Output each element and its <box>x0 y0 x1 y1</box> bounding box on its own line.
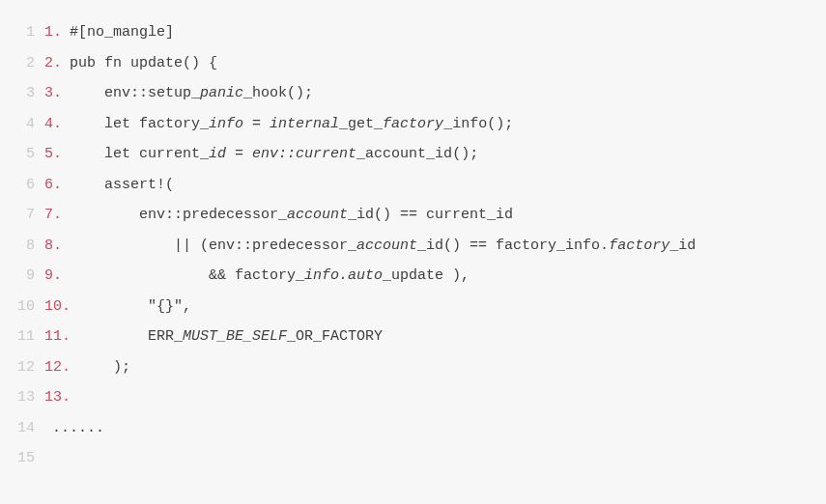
list-ordinal: 13. <box>44 382 78 413</box>
line-number: 13 <box>0 382 44 413</box>
code-line: 11.#[no_mangle] <box>0 17 826 48</box>
list-ordinal: 12. <box>44 352 78 383</box>
line-number: 2 <box>0 48 44 79</box>
list-ordinal: 5. <box>44 139 70 170</box>
list-ordinal: 7. <box>44 200 70 231</box>
list-ordinal: 9. <box>44 261 70 292</box>
line-number: 12 <box>0 352 44 383</box>
list-ordinal: 8. <box>44 231 70 262</box>
list-ordinal: 3. <box>44 78 70 109</box>
code-text: env::predecessor_account_id() == current… <box>70 200 513 231</box>
code-line: 22.pub fn update() { <box>0 48 826 79</box>
line-number: 10 <box>0 292 44 322</box>
code-text: && factory_info.auto_update ), <box>70 261 470 292</box>
code-line: 44. let factory_info = internal_get_fact… <box>0 109 826 140</box>
code-text: pub fn update() { <box>70 48 217 79</box>
code-line: 55. let current_id = env::current_accoun… <box>0 139 826 170</box>
code-line: 88. || (env::predecessor_account_id() ==… <box>0 231 826 262</box>
line-number: 15 <box>0 443 44 474</box>
line-number: 3 <box>0 78 44 109</box>
code-text: || (env::predecessor_account_id() == fac… <box>70 231 696 262</box>
line-number: 4 <box>0 109 44 140</box>
list-ordinal: 6. <box>44 170 70 201</box>
code-block: 11.#[no_mangle]22.pub fn update() {33. e… <box>0 0 826 491</box>
code-text: "{}", <box>78 292 191 322</box>
code-line: 66. assert!( <box>0 170 826 201</box>
code-line: 15 <box>0 443 826 474</box>
code-text: assert!( <box>70 170 174 201</box>
code-line: 1313. <box>0 382 826 413</box>
line-number: 1 <box>0 17 44 48</box>
line-number: 11 <box>0 322 44 352</box>
code-text: env::setup_panic_hook(); <box>70 78 313 109</box>
line-number: 9 <box>0 261 44 292</box>
code-line: 14...... <box>0 413 826 444</box>
line-number: 7 <box>0 200 44 231</box>
line-number: 8 <box>0 231 44 262</box>
line-number: 5 <box>0 139 44 170</box>
list-ordinal: 2. <box>44 48 70 79</box>
list-ordinal: 1. <box>44 17 70 48</box>
code-text: ERR_MUST_BE_SELF_OR_FACTORY <box>78 322 383 352</box>
code-text: ...... <box>52 413 104 444</box>
line-number: 14 <box>0 413 44 444</box>
code-text: #[no_mangle] <box>70 17 174 48</box>
code-text: let current_id = env::current_account_id… <box>70 139 478 170</box>
list-ordinal: 10. <box>44 292 78 322</box>
list-ordinal: 11. <box>44 322 78 352</box>
line-number: 6 <box>0 170 44 201</box>
code-line: 33. env::setup_panic_hook(); <box>0 78 826 109</box>
code-line: 99. && factory_info.auto_update ), <box>0 261 826 292</box>
code-line: 77. env::predecessor_account_id() == cur… <box>0 200 826 231</box>
code-line: 1111. ERR_MUST_BE_SELF_OR_FACTORY <box>0 322 826 352</box>
code-line: 1212. ); <box>0 352 826 383</box>
code-text: ); <box>78 352 130 383</box>
code-text: let factory_info = internal_get_factory_… <box>70 109 513 140</box>
code-line: 1010. "{}", <box>0 292 826 322</box>
list-ordinal: 4. <box>44 109 70 140</box>
